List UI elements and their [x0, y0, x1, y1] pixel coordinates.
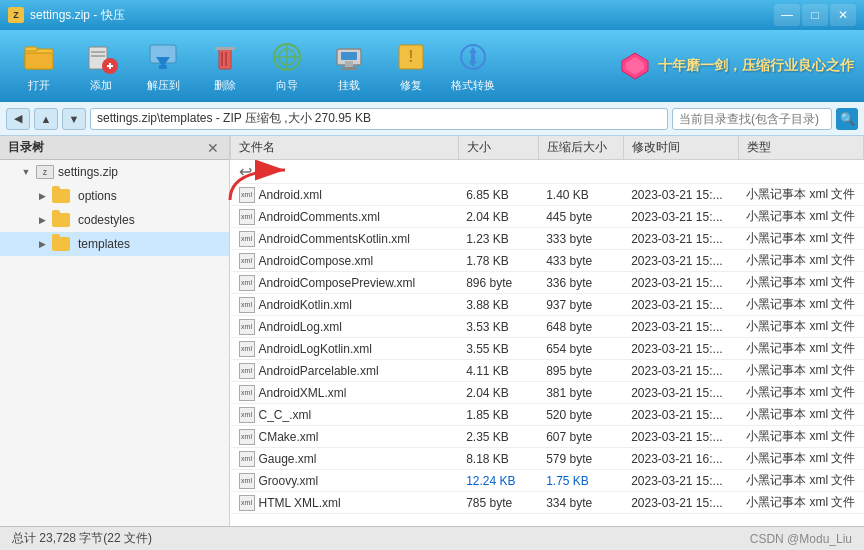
- wizard-icon: [269, 39, 305, 75]
- main-content: 目录树 ✕ ▼ Z settings.zip ▶ options ▶ codes…: [0, 136, 864, 526]
- parent-dir-label: ..: [256, 165, 263, 179]
- file-size-cell: 2.04 KB: [458, 206, 538, 228]
- file-name-cell: xml AndroidLogKotlin.xml: [231, 338, 459, 360]
- xml-file-icon: xml: [239, 275, 255, 291]
- add-button[interactable]: 添加: [72, 35, 130, 97]
- xml-file-icon: xml: [239, 341, 255, 357]
- file-compressed-cell: 579 byte: [538, 448, 623, 470]
- sidebar-close-button[interactable]: ✕: [205, 140, 221, 156]
- col-size[interactable]: 大小: [458, 136, 538, 160]
- mount-button[interactable]: 挂载: [320, 35, 378, 97]
- sidebar-item-label: templates: [78, 237, 130, 251]
- col-compressed[interactable]: 压缩后大小: [538, 136, 623, 160]
- table-row[interactable]: xml Gauge.xml 8.18 KB 579 byte 2023-03-2…: [231, 448, 864, 470]
- table-row[interactable]: ↩ ..: [231, 160, 864, 184]
- file-compressed-cell: 648 byte: [538, 316, 623, 338]
- nav-back-button[interactable]: ◀: [6, 108, 30, 130]
- file-type-cell: 小黑记事本 xml 文件: [738, 382, 863, 404]
- table-row[interactable]: xml Android.xml 6.85 KB 1.40 KB 2023-03-…: [231, 184, 864, 206]
- nav-dropdown-button[interactable]: ▼: [62, 108, 86, 130]
- sidebar-title: 目录树: [8, 139, 44, 156]
- file-name-cell: xml Android.xml: [231, 184, 459, 206]
- mount-label: 挂载: [338, 78, 360, 93]
- convert-button[interactable]: 格式转换: [444, 35, 502, 97]
- address-bar: ◀ ▲ ▼ 🔍: [0, 102, 864, 136]
- close-button[interactable]: ✕: [830, 4, 856, 26]
- parent-dir-icon: ↩: [239, 162, 252, 181]
- file-name-cell: xml Gauge.xml: [231, 448, 459, 470]
- file-compressed-cell: 520 byte: [538, 404, 623, 426]
- file-name-cell: xml AndroidCommentsKotlin.xml: [231, 228, 459, 250]
- file-modified-cell: 2023-03-21 15:...: [623, 360, 738, 382]
- col-filename[interactable]: 文件名: [231, 136, 459, 160]
- file-compressed-cell: 607 byte: [538, 426, 623, 448]
- file-size-cell: 12.24 KB: [458, 470, 538, 492]
- file-compressed-cell: 445 byte: [538, 206, 623, 228]
- file-size-cell: 4.11 KB: [458, 360, 538, 382]
- file-type-cell: 小黑记事本 xml 文件: [738, 448, 863, 470]
- table-row[interactable]: xml Groovy.xml 12.24 KB 1.75 KB 2023-03-…: [231, 470, 864, 492]
- title-bar-left: Z settings.zip - 快压: [8, 7, 125, 24]
- svg-rect-1: [25, 53, 53, 69]
- folder-icon: [52, 237, 70, 251]
- file-type-cell: 小黑记事本 xml 文件: [738, 294, 863, 316]
- file-modified-cell: 2023-03-21 15:...: [623, 250, 738, 272]
- file-name-label: C_C_.xml: [259, 408, 312, 422]
- file-modified-cell: [623, 160, 738, 184]
- table-row[interactable]: xml CMake.xml 2.35 KB 607 byte 2023-03-2…: [231, 426, 864, 448]
- expand-icon: ▶: [36, 238, 48, 250]
- search-button[interactable]: 🔍: [836, 108, 858, 130]
- table-row[interactable]: xml AndroidComments.xml 2.04 KB 445 byte…: [231, 206, 864, 228]
- file-name-label: Gauge.xml: [259, 452, 317, 466]
- file-name-cell: xml HTML XML.xml: [231, 492, 459, 514]
- search-input[interactable]: [672, 108, 832, 130]
- sidebar: 目录树 ✕ ▼ Z settings.zip ▶ options ▶ codes…: [0, 136, 230, 526]
- folder-icon: [52, 213, 70, 227]
- table-row[interactable]: xml AndroidLog.xml 3.53 KB 648 byte 2023…: [231, 316, 864, 338]
- file-name-cell: xml AndroidParcelable.xml: [231, 360, 459, 382]
- file-type-cell: 小黑记事本 xml 文件: [738, 404, 863, 426]
- expand-icon: ▼: [20, 166, 32, 178]
- file-name-cell: xml AndroidComments.xml: [231, 206, 459, 228]
- file-size-cell: 1.85 KB: [458, 404, 538, 426]
- table-row[interactable]: xml AndroidParcelable.xml 4.11 KB 895 by…: [231, 360, 864, 382]
- zip-file-icon: Z: [36, 165, 54, 179]
- table-row[interactable]: xml AndroidCommentsKotlin.xml 1.23 KB 33…: [231, 228, 864, 250]
- file-type-cell: 小黑记事本 xml 文件: [738, 206, 863, 228]
- xml-file-icon: xml: [239, 187, 255, 203]
- file-compressed-cell: 336 byte: [538, 272, 623, 294]
- table-row[interactable]: xml AndroidLogKotlin.xml 3.55 KB 654 byt…: [231, 338, 864, 360]
- open-icon: [21, 39, 57, 75]
- col-modified[interactable]: 修改时间: [623, 136, 738, 160]
- wizard-button[interactable]: 向导: [258, 35, 316, 97]
- file-size-cell: [458, 160, 538, 184]
- address-input[interactable]: [90, 108, 668, 130]
- col-type[interactable]: 类型: [738, 136, 863, 160]
- open-button[interactable]: 打开: [10, 35, 68, 97]
- file-name-label: AndroidParcelable.xml: [259, 364, 379, 378]
- sidebar-item-templates[interactable]: ▶ templates: [0, 232, 229, 256]
- extract-button[interactable]: 解压到: [134, 35, 192, 97]
- toolbar-brand: 十年磨一剑，压缩行业良心之作: [620, 51, 854, 81]
- table-row[interactable]: xml C_C_.xml 1.85 KB 520 byte 2023-03-21…: [231, 404, 864, 426]
- table-row[interactable]: xml AndroidComposePreview.xml 896 byte 3…: [231, 272, 864, 294]
- sidebar-item-codestyles[interactable]: ▶ codestyles: [0, 208, 229, 232]
- file-size-cell: 2.35 KB: [458, 426, 538, 448]
- file-modified-cell: 2023-03-21 15:...: [623, 404, 738, 426]
- maximize-button[interactable]: □: [802, 4, 828, 26]
- repair-button[interactable]: ! 修复: [382, 35, 440, 97]
- sidebar-item-options[interactable]: ▶ options: [0, 184, 229, 208]
- nav-up-button[interactable]: ▲: [34, 108, 58, 130]
- svg-rect-5: [91, 55, 105, 57]
- delete-button[interactable]: 删除: [196, 35, 254, 97]
- table-row[interactable]: xml AndroidCompose.xml 1.78 KB 433 byte …: [231, 250, 864, 272]
- table-row[interactable]: xml HTML XML.xml 785 byte 334 byte 2023-…: [231, 492, 864, 514]
- table-row[interactable]: xml AndroidXML.xml 2.04 KB 381 byte 2023…: [231, 382, 864, 404]
- table-row[interactable]: xml AndroidKotlin.xml 3.88 KB 937 byte 2…: [231, 294, 864, 316]
- svg-rect-24: [341, 52, 357, 60]
- svg-rect-16: [215, 47, 235, 50]
- minimize-button[interactable]: —: [774, 4, 800, 26]
- status-bar: 总计 23,728 字节(22 文件) CSDN @Modu_Liu: [0, 526, 864, 550]
- sidebar-item-settingszip[interactable]: ▼ Z settings.zip: [0, 160, 229, 184]
- status-text: 总计 23,728 字节(22 文件): [12, 530, 152, 547]
